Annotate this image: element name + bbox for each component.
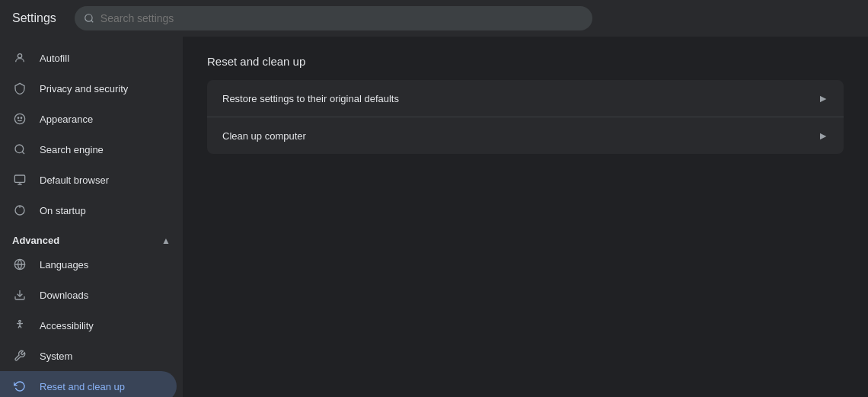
appearance-label: Appearance [40, 114, 93, 125]
svg-point-4 [18, 117, 18, 118]
appearance-icon [12, 113, 27, 125]
sidebar-item-downloads[interactable]: Downloads [0, 280, 177, 310]
content-area: Reset and clean up Restore settings to t… [183, 37, 868, 397]
sidebar-item-default-browser[interactable]: Default browser [0, 165, 177, 195]
autofill-label: Autofill [40, 53, 69, 64]
restore-settings-label: Restore settings to their original defau… [222, 93, 399, 104]
clean-up-computer-label: Clean up computer [222, 130, 306, 142]
restore-settings-chevron-icon: ► [818, 92, 828, 104]
svg-point-3 [14, 114, 24, 123]
languages-icon [12, 258, 27, 271]
sidebar-item-appearance[interactable]: Appearance [0, 104, 177, 134]
svg-point-2 [18, 54, 21, 58]
settings-list: Restore settings to their original defau… [207, 80, 844, 154]
default-browser-icon [12, 174, 27, 186]
svg-line-1 [91, 21, 94, 23]
search-bar[interactable] [75, 6, 592, 30]
accessibility-icon [12, 319, 27, 331]
sidebar-item-autofill[interactable]: Autofill [0, 43, 177, 73]
svg-line-7 [22, 152, 24, 154]
svg-point-5 [21, 117, 21, 118]
sidebar-item-languages[interactable]: Languages [0, 249, 177, 280]
sidebar: Autofill Privacy and security Appearance [0, 37, 183, 397]
system-icon [12, 350, 27, 362]
privacy-security-icon [12, 82, 27, 94]
sidebar-item-search-engine[interactable]: Search engine [0, 134, 177, 165]
downloads-icon [12, 289, 27, 301]
header: Settings [0, 0, 868, 37]
advanced-collapse-icon: ▲ [161, 235, 171, 246]
search-input[interactable] [101, 12, 583, 24]
languages-label: Languages [40, 259, 88, 271]
sidebar-item-privacy-security[interactable]: Privacy and security [0, 73, 177, 104]
accessibility-label: Accessibility [40, 320, 94, 331]
app-title: Settings [12, 11, 56, 25]
sidebar-item-accessibility[interactable]: Accessibility [0, 310, 177, 341]
sidebar-item-reset-clean-up[interactable]: Reset and clean up [0, 371, 177, 397]
default-browser-label: Default browser [40, 174, 109, 186]
on-startup-label: On startup [40, 205, 86, 216]
search-icon [84, 13, 94, 24]
search-engine-icon [12, 143, 27, 155]
svg-point-0 [85, 14, 92, 21]
autofill-icon [12, 52, 27, 64]
reset-clean-up-label: Reset and clean up [40, 381, 125, 392]
advanced-section-header[interactable]: Advanced ▲ [0, 226, 183, 249]
svg-point-13 [19, 320, 21, 322]
advanced-section-label: Advanced [12, 235, 59, 246]
search-engine-label: Search engine [40, 144, 104, 155]
system-label: System [40, 351, 72, 362]
reset-clean-up-icon [12, 380, 27, 392]
clean-up-computer-item[interactable]: Clean up computer ► [207, 117, 844, 154]
svg-rect-8 [14, 175, 24, 182]
sidebar-item-system[interactable]: System [0, 341, 177, 371]
sidebar-item-on-startup[interactable]: On startup [0, 195, 177, 226]
privacy-security-label: Privacy and security [40, 83, 128, 94]
on-startup-icon [12, 204, 27, 216]
main-layout: Autofill Privacy and security Appearance [0, 37, 868, 397]
content-section-title: Reset and clean up [207, 55, 844, 68]
restore-settings-item[interactable]: Restore settings to their original defau… [207, 80, 844, 117]
svg-point-6 [15, 145, 24, 153]
clean-up-computer-chevron-icon: ► [818, 130, 828, 142]
downloads-label: Downloads [40, 290, 88, 301]
